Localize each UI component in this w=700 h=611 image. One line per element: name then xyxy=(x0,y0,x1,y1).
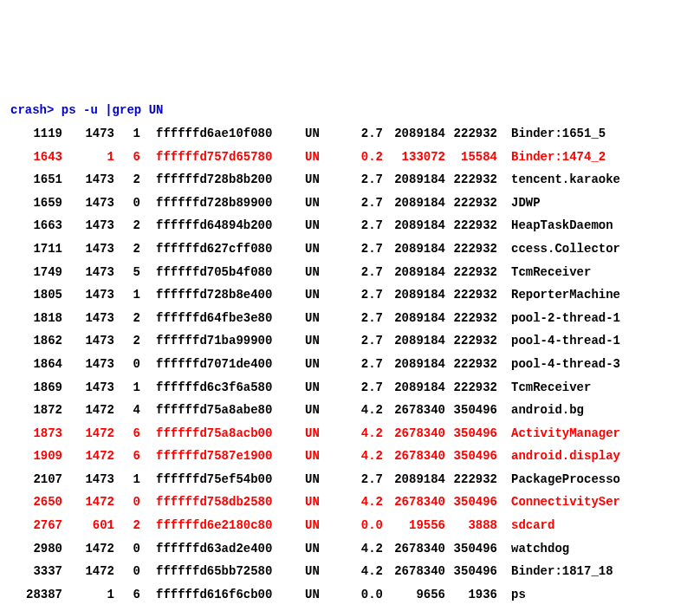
ps-row: 165114732ffffffd728b8b200UN2.72089184222… xyxy=(10,168,690,192)
comm-cell: sdcard xyxy=(497,514,554,537)
ps-row: 186214732ffffffd71ba99900UN2.72089184222… xyxy=(10,329,690,353)
vsz-cell: 2089184 xyxy=(383,329,445,353)
task-cell: ffffffd757d65780 xyxy=(140,146,295,169)
pid-cell: 1869 xyxy=(10,376,62,400)
mem-cell: 4.2 xyxy=(340,399,383,422)
cpu-cell: 4 xyxy=(114,399,140,422)
ps-row: 111914731ffffffd6ae10f080UN2.72089184222… xyxy=(10,122,690,146)
pid-cell: 1805 xyxy=(10,283,62,307)
rss-cell: 222932 xyxy=(445,122,497,146)
task-cell: ffffffd6156f8c80 xyxy=(140,606,295,611)
mem-cell: 2.7 xyxy=(340,122,383,146)
ppid-cell: 1 xyxy=(62,583,114,607)
state-cell: UN xyxy=(295,307,340,330)
rss-cell: 222932 xyxy=(445,329,497,353)
cpu-cell: 2 xyxy=(114,214,140,237)
pid-cell: 2767 xyxy=(10,514,62,537)
pid-cell: 1862 xyxy=(10,329,62,353)
mem-cell: 2.7 xyxy=(340,376,383,400)
state-cell: UN xyxy=(295,214,340,237)
mem-cell: 4.2 xyxy=(340,422,383,445)
task-cell: ffffffd616f6cb00 xyxy=(140,583,295,607)
comm-cell: Binder:1651_5 xyxy=(497,122,606,146)
vsz-cell: 2089184 xyxy=(383,468,445,491)
vsz-cell: 19556 xyxy=(383,514,445,537)
comm-cell: pool-4-thread-1 xyxy=(497,329,620,353)
ps-row: 165914730ffffffd728b89900UN2.72089184222… xyxy=(10,192,690,215)
cpu-cell: 0 xyxy=(114,353,140,376)
task-cell: ffffffd63ad2e400 xyxy=(140,537,295,561)
rss-cell: 222932 xyxy=(445,283,497,307)
vsz-cell: 2089184 xyxy=(383,237,445,261)
comm-cell: watchdog xyxy=(497,537,569,561)
task-cell: ffffffd705b4f080 xyxy=(140,261,295,284)
ppid-cell: 1473 xyxy=(62,168,114,192)
state-cell: UN xyxy=(295,399,340,422)
pid-cell: 1873 xyxy=(10,422,62,445)
pid-cell: 1864 xyxy=(10,353,62,376)
state-cell: UN xyxy=(295,537,340,561)
comm-cell: ReporterMachine xyxy=(497,283,620,307)
comm-cell: tencent.karaoke xyxy=(497,168,620,192)
mem-cell: 2.7 xyxy=(340,329,383,353)
ppid-cell: 1473 xyxy=(62,353,114,376)
vsz-cell: 2089184 xyxy=(383,283,445,307)
pid-cell: 2980 xyxy=(10,537,62,561)
ppid-cell: 1472 xyxy=(62,491,114,514)
task-cell: ffffffd75a8acb00 xyxy=(140,422,295,445)
task-cell: ffffffd6ae10f080 xyxy=(140,122,295,146)
mem-cell: 2.7 xyxy=(340,237,383,261)
pid-cell: 1651 xyxy=(10,168,62,192)
pid-cell: 1872 xyxy=(10,399,62,422)
mem-cell: 2.7 xyxy=(340,307,383,330)
pid-cell: 1119 xyxy=(10,122,62,146)
pid-cell: 1643 xyxy=(10,146,62,169)
mem-cell: 2.7 xyxy=(340,261,383,284)
cpu-cell: 6 xyxy=(114,146,140,169)
mem-cell: 2.7 xyxy=(340,283,383,307)
state-cell: UN xyxy=(295,192,340,215)
rss-cell: 1936 xyxy=(445,583,497,607)
rss-cell: 1944 xyxy=(445,606,497,611)
pid-cell: 1818 xyxy=(10,307,62,330)
cpu-cell: 0 xyxy=(114,192,140,215)
ppid-cell: 1473 xyxy=(62,261,114,284)
state-cell: UN xyxy=(295,329,340,353)
task-cell: ffffffd728b89900 xyxy=(140,192,295,215)
comm-cell: pool-4-thread-3 xyxy=(497,353,620,376)
pid-cell: 1711 xyxy=(10,237,62,261)
mem-cell: 4.2 xyxy=(340,537,383,561)
pid-cell: 1663 xyxy=(10,214,62,237)
rss-cell: 350496 xyxy=(445,491,497,514)
task-cell: ffffffd71ba99900 xyxy=(140,329,295,353)
mem-cell: 0.2 xyxy=(340,146,383,169)
rss-cell: 222932 xyxy=(445,192,497,215)
vsz-cell: 2678340 xyxy=(383,537,445,561)
vsz-cell: 2089184 xyxy=(383,214,445,237)
ppid-cell: 1473 xyxy=(62,376,114,400)
ps-row: 186414730ffffffd7071de400UN2.72089184222… xyxy=(10,353,690,376)
ppid-cell: 1473 xyxy=(62,237,114,261)
ppid-cell: 1473 xyxy=(62,283,114,307)
cpu-cell: 1 xyxy=(114,122,140,146)
mem-cell: 2.7 xyxy=(340,353,383,376)
vsz-cell: 2089184 xyxy=(383,261,445,284)
ps-row: 166314732ffffffd64894b200UN2.72089184222… xyxy=(10,214,690,237)
mem-cell: 4.2 xyxy=(340,560,383,583)
cpu-cell: 0 xyxy=(114,560,140,583)
rss-cell: 222932 xyxy=(445,468,497,491)
state-cell: UN xyxy=(295,376,340,400)
comm-cell: ConnectivitySer xyxy=(497,491,620,514)
state-cell: UN xyxy=(295,583,340,607)
state-cell: UN xyxy=(295,445,340,468)
rss-cell: 15584 xyxy=(445,146,497,169)
vsz-cell: 2678340 xyxy=(383,399,445,422)
ppid-cell: 1 xyxy=(62,606,114,611)
state-cell: UN xyxy=(295,168,340,192)
vsz-cell: 2089184 xyxy=(383,168,445,192)
comm-cell: ps xyxy=(497,583,526,607)
terminal-output: crash> ps -u |grep UN111914731ffffffd6ae… xyxy=(10,99,690,611)
ppid-cell: 1472 xyxy=(62,445,114,468)
task-cell: ffffffd64894b200 xyxy=(140,214,295,237)
ppid-cell: 1473 xyxy=(62,468,114,491)
